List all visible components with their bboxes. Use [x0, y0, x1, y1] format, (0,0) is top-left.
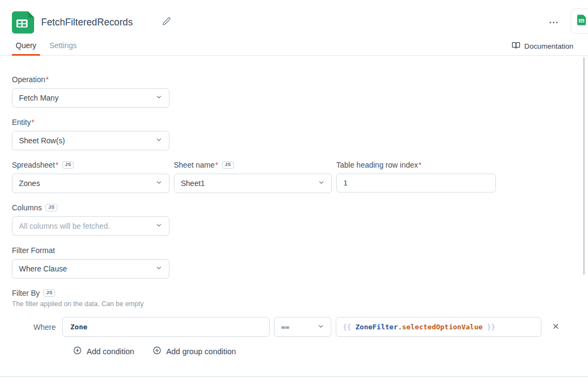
selected-value: Sheet1	[181, 179, 205, 188]
spreadsheet-label: Spreadsheet* JS	[12, 161, 169, 169]
js-toggle-badge[interactable]: JS	[62, 161, 74, 169]
field-sheet-name: Sheet name* JS Sheet1	[174, 161, 332, 193]
code-separator-token: .	[398, 323, 402, 331]
heading-row-index-label: Table heading row index*	[336, 161, 496, 169]
chevron-down-icon	[318, 179, 325, 188]
chevron-down-icon	[155, 264, 162, 273]
code-object-token: ZoneFilter	[355, 323, 397, 331]
field-entity: Entity* Sheet Row(s)	[12, 118, 576, 150]
filter-operator-select[interactable]: ==	[274, 317, 331, 337]
field-columns: Columns JS All columns will be fetched.	[12, 203, 576, 236]
tab-query[interactable]: Query	[12, 41, 40, 55]
query-editor-panel: FetchFilteredRecords	[0, 0, 588, 378]
query-form: Operation* Fetch Many Entity* Sheet Row(…	[0, 56, 588, 356]
js-toggle-badge[interactable]: JS	[222, 161, 234, 169]
sheet-name-label: Sheet name* JS	[174, 161, 332, 169]
query-options-button[interactable]	[548, 18, 559, 26]
filter-column-input[interactable]	[62, 317, 270, 337]
field-heading-row-index: Table heading row index*	[336, 161, 496, 193]
chevron-down-icon	[155, 222, 162, 230]
condition-actions: Add condition Add group condition	[12, 346, 576, 356]
columns-select[interactable]: All columns will be fetched.	[12, 216, 169, 236]
field-filter-by: Filter By JS The filter applied on the d…	[12, 289, 576, 356]
selected-value: Zones	[19, 179, 40, 188]
editor-tabs: Query Settings Documentation	[0, 40, 588, 56]
add-condition-button[interactable]: Add condition	[73, 346, 134, 356]
plus-circle-icon	[73, 346, 82, 356]
spreadsheet-select[interactable]: Zones	[12, 174, 169, 193]
add-group-condition-button[interactable]: Add group condition	[153, 346, 236, 356]
add-group-condition-label: Add group condition	[166, 347, 236, 356]
documentation-label: Documentation	[524, 42, 573, 50]
filter-format-label: Filter Format	[12, 246, 576, 255]
code-open-braces: {{	[343, 323, 355, 331]
selected-value: Fetch Many	[19, 94, 58, 102]
code-property-token: selectedOptionValue	[402, 323, 483, 331]
selected-value: ==	[281, 323, 290, 331]
query-title: FetchFilteredRecords	[41, 17, 133, 28]
filter-by-label: Filter By JS	[12, 289, 576, 297]
google-sheets-icon	[12, 11, 34, 34]
columns-label: Columns JS	[12, 203, 576, 212]
add-condition-label: Add condition	[87, 347, 134, 356]
filter-format-select[interactable]: Where Clause	[12, 259, 169, 278]
datasource-card[interactable]	[571, 9, 588, 34]
tab-settings[interactable]: Settings	[45, 41, 81, 55]
field-operation: Operation* Fetch Many	[12, 75, 576, 108]
panel-bottom-divider	[0, 376, 588, 377]
sheet-name-select[interactable]: Sheet1	[174, 174, 332, 193]
book-icon	[512, 41, 520, 51]
filter-by-helper-text: The filter applied on the data. Can be e…	[12, 300, 576, 308]
code-close-braces: }}	[482, 323, 495, 331]
required-asterisk: *	[55, 161, 58, 169]
entity-label: Entity*	[12, 118, 576, 127]
query-header: FetchFilteredRecords	[0, 0, 588, 34]
chevron-down-icon	[155, 179, 162, 188]
filter-value-code-input[interactable]: {{ ZoneFilter.selectedOptionValue }}	[336, 317, 541, 337]
rename-query-button[interactable]	[161, 16, 172, 29]
where-label: Where	[12, 323, 56, 331]
google-sheets-small-icon	[577, 15, 586, 28]
remove-condition-button[interactable]	[551, 321, 561, 333]
operation-label: Operation*	[12, 75, 576, 84]
vertical-scrollbar[interactable]	[583, 57, 585, 275]
field-filter-format: Filter Format Where Clause	[12, 246, 576, 278]
required-asterisk: *	[31, 118, 34, 127]
selected-value: Sheet Row(s)	[19, 136, 65, 145]
heading-row-index-input[interactable]	[336, 174, 496, 193]
operation-select[interactable]: Fetch Many	[12, 88, 169, 108]
documentation-link[interactable]: Documentation	[512, 41, 573, 51]
field-spreadsheet: Spreadsheet* JS Zones	[12, 161, 169, 193]
js-toggle-badge[interactable]: JS	[43, 289, 55, 297]
selected-value: Where Clause	[19, 264, 67, 273]
columns-placeholder: All columns will be fetched.	[19, 222, 110, 230]
required-asterisk: *	[45, 75, 48, 84]
chevron-down-icon	[317, 323, 324, 331]
kebab-menu-icon	[550, 22, 551, 23]
chevron-down-icon	[155, 94, 162, 102]
chevron-down-icon	[155, 136, 162, 145]
sheet-config-row: Spreadsheet* JS Zones Sheet name* JS She…	[12, 161, 576, 193]
required-asterisk: *	[419, 161, 421, 169]
filter-condition-row: Where == {{ ZoneFilter.selectedOptionVal…	[12, 317, 576, 337]
js-toggle-badge[interactable]: JS	[45, 204, 57, 211]
entity-select[interactable]: Sheet Row(s)	[12, 131, 169, 150]
plus-circle-icon	[153, 346, 161, 356]
close-icon	[552, 323, 559, 331]
pencil-icon	[162, 17, 171, 28]
required-asterisk: *	[215, 161, 218, 169]
